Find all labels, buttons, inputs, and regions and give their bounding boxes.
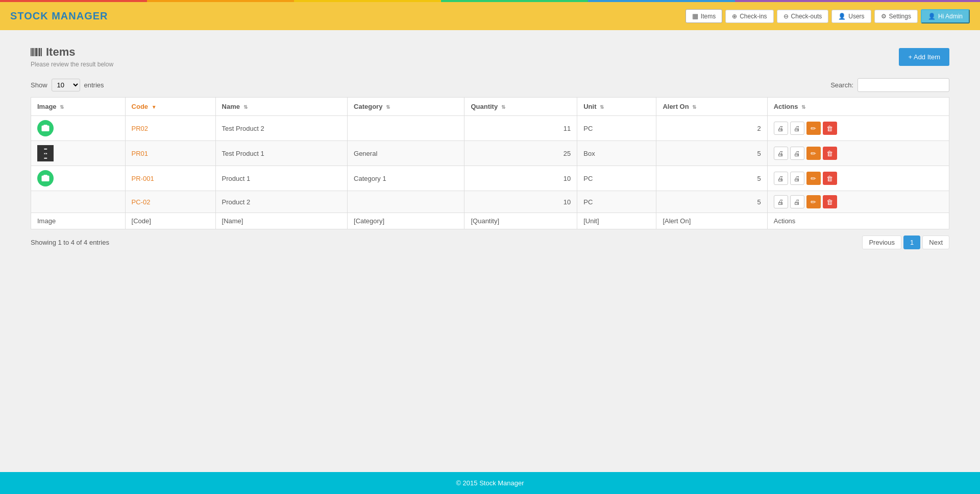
print2-button-2[interactable]: 🖨 <box>790 147 804 160</box>
barcode-icon: ▦ <box>692 12 698 20</box>
show-entries: Show 10 25 50 100 entries <box>31 79 104 91</box>
cell-alerton: 5 <box>656 141 767 166</box>
search-label: Search: <box>830 81 853 89</box>
cog-icon: ⚙ <box>881 13 887 20</box>
footer-col-code: [Code] <box>125 213 215 229</box>
cell-unit: Box <box>577 141 656 166</box>
data-table: Image ⇅ Code ▼ Name ⇅ Category ⇅ Quantit… <box>31 97 949 229</box>
user-icon: 👤 <box>838 13 846 20</box>
cell-name: Product 2 <box>215 191 347 213</box>
nav-settings-label: Settings <box>889 13 911 20</box>
page-subtitle: Please review the result below <box>31 61 113 68</box>
pagination: Previous 1 Next <box>862 236 949 249</box>
cell-image <box>31 191 126 213</box>
cell-alerton: 5 <box>656 191 767 213</box>
cell-quantity: 25 <box>464 141 577 166</box>
nav-settings[interactable]: ⚙ Settings <box>874 10 918 23</box>
sort-icon-alerton: ⇅ <box>692 104 696 110</box>
previous-button[interactable]: Previous <box>862 236 901 249</box>
edit-button-1[interactable]: ✏ <box>806 122 821 135</box>
col-unit[interactable]: Unit ⇅ <box>577 98 656 116</box>
nav-buttons: ▦ Items ⊕ Check-ins ⊖ Check-outs 👤 Users… <box>685 9 970 23</box>
nav-items[interactable]: ▦ Items <box>685 9 722 23</box>
footer-col-alerton: [Alert On] <box>656 213 767 229</box>
cell-actions: 🖨 🖨 ✏ 🗑 <box>767 141 949 166</box>
table-controls: Show 10 25 50 100 entries Search: <box>31 78 949 92</box>
cell-category: Category 1 <box>348 166 464 191</box>
entries-select[interactable]: 10 25 50 100 <box>52 79 80 91</box>
table-row: PR-001 Product 1 Category 1 10 PC 5 🖨 🖨 … <box>31 166 949 191</box>
cell-alerton: 5 <box>656 166 767 191</box>
cell-category <box>348 191 464 213</box>
nav-checkouts[interactable]: ⊖ Check-outs <box>777 10 829 23</box>
table-header-row: Image ⇅ Code ▼ Name ⇅ Category ⇅ Quantit… <box>31 98 949 116</box>
sort-icon-code: ▼ <box>152 104 157 110</box>
next-button[interactable]: Next <box>922 236 949 249</box>
cell-code: PC-02 <box>125 191 215 213</box>
cell-name: Test Product 2 <box>215 116 347 141</box>
cell-actions: 🖨 🖨 ✏ 🗑 <box>767 166 949 191</box>
print-button-3[interactable]: 🖨 <box>774 172 788 185</box>
show-label: Show <box>31 81 47 89</box>
delete-button-2[interactable]: 🗑 <box>823 147 837 160</box>
cell-actions: 🖨 🖨 ✏ 🗑 <box>767 116 949 141</box>
footer-col-category: [Category] <box>348 213 464 229</box>
footer-col-quantity: [Quantity] <box>464 213 577 229</box>
edit-button-4[interactable]: ✏ <box>806 195 821 208</box>
add-item-button[interactable]: + Add Item <box>899 48 949 66</box>
cell-code: PR-001 <box>125 166 215 191</box>
page-title-block: Items Please review the result below <box>31 45 113 68</box>
col-alerton[interactable]: Alert On ⇅ <box>656 98 767 116</box>
cell-unit: PC <box>577 116 656 141</box>
circle-arrow-up-icon: ⊖ <box>783 13 789 20</box>
print-button-1[interactable]: 🖨 <box>774 122 788 135</box>
cell-quantity: 10 <box>464 166 577 191</box>
edit-button-3[interactable]: ✏ <box>806 172 821 185</box>
cell-code: PR02 <box>125 116 215 141</box>
page-1-button[interactable]: 1 <box>903 236 920 249</box>
print2-button-3[interactable]: 🖨 <box>790 172 804 185</box>
nav-checkins[interactable]: ⊕ Check-ins <box>725 10 773 23</box>
page-header-row: Items Please review the result below + A… <box>31 45 949 68</box>
nav-admin[interactable]: 👤 Hi Admin <box>921 9 970 23</box>
edit-button-2[interactable]: ✏ <box>806 147 821 160</box>
delete-button-1[interactable]: 🗑 <box>823 122 837 135</box>
delete-button-4[interactable]: 🗑 <box>823 195 837 208</box>
sort-icon-quantity: ⇅ <box>501 104 505 110</box>
main-content: Items Please review the result below + A… <box>0 30 980 472</box>
cell-unit: PC <box>577 191 656 213</box>
items-barcode-icon <box>31 48 42 56</box>
sort-icon-image: ⇅ <box>60 104 64 110</box>
print-button-4[interactable]: 🖨 <box>774 195 788 208</box>
footer: © 2015 Stock Manager <box>0 472 980 494</box>
cell-category <box>348 116 464 141</box>
item-image-qr: ▪▪▪▪▫▪▪▪▪ <box>37 145 54 161</box>
circle-arrow-down-icon: ⊕ <box>732 13 737 20</box>
print-button-2[interactable]: 🖨 <box>774 147 788 160</box>
item-image-green <box>37 170 54 186</box>
cell-actions: 🖨 🖨 ✏ 🗑 <box>767 191 949 213</box>
col-quantity[interactable]: Quantity ⇅ <box>464 98 577 116</box>
print2-button-1[interactable]: 🖨 <box>790 122 804 135</box>
col-category[interactable]: Category ⇅ <box>348 98 464 116</box>
nav-admin-label: Hi Admin <box>938 13 963 20</box>
page-title: Items <box>31 45 113 59</box>
print2-button-4[interactable]: 🖨 <box>790 195 804 208</box>
col-actions: Actions ⇅ <box>767 98 949 116</box>
search-input[interactable] <box>857 78 949 92</box>
footer-col-unit: [Unit] <box>577 213 656 229</box>
nav-users[interactable]: 👤 Users <box>831 10 871 23</box>
col-image: Image ⇅ <box>31 98 126 116</box>
col-code[interactable]: Code ▼ <box>125 98 215 116</box>
search-box: Search: <box>830 78 949 92</box>
col-name[interactable]: Name ⇅ <box>215 98 347 116</box>
delete-button-3[interactable]: 🗑 <box>823 172 837 185</box>
entries-info: Showing 1 to 4 of 4 entries <box>31 239 109 246</box>
header: STOCK MANAGER ▦ Items ⊕ Check-ins ⊖ Chec… <box>0 2 980 30</box>
cell-quantity: 11 <box>464 116 577 141</box>
cell-unit: PC <box>577 166 656 191</box>
cell-alerton: 2 <box>656 116 767 141</box>
cell-image <box>31 166 126 191</box>
table-row: PC-02 Product 2 10 PC 5 🖨 🖨 ✏ 🗑 <box>31 191 949 213</box>
cell-code: PR01 <box>125 141 215 166</box>
